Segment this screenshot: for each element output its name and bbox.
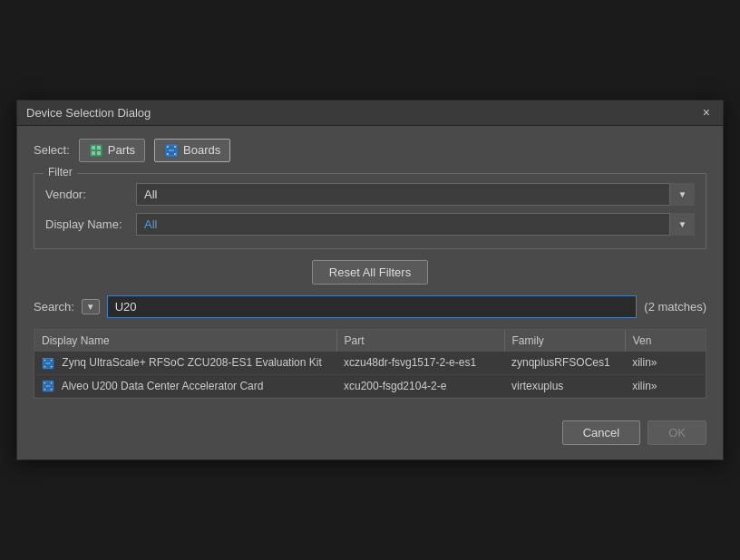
col-header-family[interactable]: Family xyxy=(504,330,625,352)
svg-point-21 xyxy=(44,382,46,384)
row-board-icon xyxy=(42,380,54,392)
svg-rect-4 xyxy=(97,151,101,155)
vendor-select-wrapper: All ▼ xyxy=(136,183,695,206)
cell-vendor: xilin» xyxy=(625,352,706,374)
svg-point-15 xyxy=(51,359,53,361)
table-row[interactable]: Zynq UltraScale+ RFSoC ZCU208-ES1 Evalua… xyxy=(34,352,706,374)
parts-label: Parts xyxy=(108,143,135,157)
table-header-row: Display Name Part Family Ven xyxy=(34,330,706,352)
svg-point-24 xyxy=(51,389,53,391)
vendor-label: Vendor: xyxy=(45,188,136,201)
svg-point-17 xyxy=(51,365,53,367)
parts-button[interactable]: Parts xyxy=(79,139,145,162)
search-row: Search: ▼ (2 matches) xyxy=(34,295,706,318)
search-dropdown-button[interactable]: ▼ xyxy=(82,299,100,314)
vendor-select[interactable]: All xyxy=(136,183,695,206)
display-name-filter-row: Display Name: All ▼ xyxy=(45,213,695,236)
cancel-button[interactable]: Cancel xyxy=(562,420,640,445)
search-input[interactable] xyxy=(107,295,638,318)
svg-rect-2 xyxy=(97,146,101,150)
display-name-select-wrapper: All ▼ xyxy=(136,213,695,236)
col-header-display-name[interactable]: Display Name xyxy=(34,330,336,352)
boards-button[interactable]: Boards xyxy=(154,139,230,162)
svg-point-8 xyxy=(174,146,176,148)
cell-display-name: Zynq UltraScale+ RFSoC ZCU208-ES1 Evalua… xyxy=(34,352,336,374)
cell-family: zynqplusRFSOCes1 xyxy=(504,352,625,374)
display-name-select[interactable]: All xyxy=(136,213,695,236)
svg-rect-3 xyxy=(92,151,95,155)
cell-display-name: Alveo U200 Data Center Accelerator Card xyxy=(34,374,336,398)
select-row: Select: Parts xyxy=(34,139,706,162)
svg-point-7 xyxy=(167,146,169,148)
cell-family: virtexuplus xyxy=(504,374,625,398)
reset-all-filters-button[interactable]: Reset All Filters xyxy=(312,260,428,285)
svg-point-22 xyxy=(51,382,53,384)
match-count: (2 matches) xyxy=(644,300,706,314)
dialog-titlebar: Device Selection Dialog × xyxy=(17,101,723,126)
table-row[interactable]: Alveo U200 Data Center Accelerator Card … xyxy=(34,374,706,398)
svg-point-9 xyxy=(167,153,169,155)
col-header-part[interactable]: Part xyxy=(336,330,504,352)
filter-legend: Filter xyxy=(44,166,77,179)
select-label: Select: xyxy=(34,143,70,157)
table-body: Zynq UltraScale+ RFSoC ZCU208-ES1 Evalua… xyxy=(34,352,706,398)
svg-rect-18 xyxy=(45,362,50,364)
search-label: Search: xyxy=(34,300,74,314)
parts-icon xyxy=(89,143,103,158)
filter-section: Filter Vendor: All ▼ Display Name: xyxy=(34,173,706,249)
svg-point-14 xyxy=(44,359,46,361)
boards-label: Boards xyxy=(183,143,220,157)
svg-rect-25 xyxy=(45,385,50,387)
table-scroll[interactable]: Display Name Part Family Ven xyxy=(34,330,706,399)
display-name-label: Display Name: xyxy=(45,217,136,231)
col-header-vendor[interactable]: Ven xyxy=(625,330,706,352)
svg-point-16 xyxy=(44,365,46,367)
svg-point-10 xyxy=(174,153,176,155)
close-button[interactable]: × xyxy=(699,106,714,119)
results-table: Display Name Part Family Ven xyxy=(34,330,706,399)
dialog-footer: Cancel OK xyxy=(17,411,723,459)
row-board-icon xyxy=(42,357,54,370)
vendor-filter-row: Vendor: All ▼ xyxy=(45,183,695,206)
svg-rect-11 xyxy=(169,150,174,151)
reset-button-row: Reset All Filters xyxy=(34,260,706,285)
results-table-wrapper: Display Name Part Family Ven xyxy=(34,329,706,400)
cell-part: xcu200-fsgd2104-2-e xyxy=(336,374,504,398)
svg-rect-1 xyxy=(92,146,95,150)
svg-point-23 xyxy=(44,389,46,391)
dialog-body: Select: Parts xyxy=(17,126,723,412)
cell-vendor: xilin» xyxy=(625,374,706,398)
ok-button[interactable]: OK xyxy=(648,420,706,445)
device-selection-dialog: Device Selection Dialog × Select: Parts xyxy=(16,100,724,461)
dialog-title: Device Selection Dialog xyxy=(26,106,151,120)
cell-part: xczu48dr-fsvg1517-2-e-es1 xyxy=(336,352,504,374)
boards-icon xyxy=(164,143,179,158)
